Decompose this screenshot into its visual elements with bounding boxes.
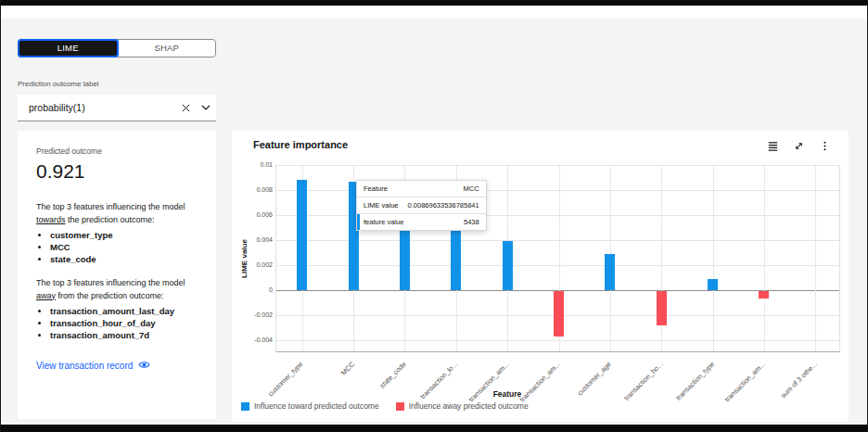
away-feature-list: transaction_amount_last_daytransaction_h…	[36, 306, 198, 340]
y-tick-label: 0.002	[237, 261, 273, 268]
prediction-outcome-label: Prediction outcome label	[18, 80, 99, 88]
legend-label: Influence toward predicted outcome	[254, 401, 379, 411]
predicted-outcome-value: 0.921	[36, 160, 198, 183]
horizontal-gridline	[276, 340, 839, 341]
y-tick-label: -0.004	[237, 337, 273, 343]
tab-shap[interactable]: SHAP	[119, 40, 216, 57]
bar-transaction_ho...[interactable]	[657, 291, 667, 326]
tooltip-value: 5438	[464, 218, 479, 226]
view-transaction-record-link[interactable]: View transaction record	[36, 359, 198, 373]
feature-list-item: transaction_amount_7d	[50, 330, 198, 340]
feature-list-item: transaction_amount_last_day	[50, 306, 198, 316]
predicted-outcome-label: Predicted outcome	[36, 146, 198, 156]
prediction-summary-card: Predicted outcome 0.921 The top 3 featur…	[18, 131, 216, 419]
away-description: The top 3 features influencing the model…	[36, 277, 198, 302]
bar-state_code[interactable]	[400, 222, 410, 290]
feature-list-item: state_code	[50, 254, 198, 264]
horizontal-gridline	[276, 265, 839, 266]
view-transaction-record-label: View transaction record	[36, 361, 133, 371]
horizontal-gridline	[276, 165, 839, 166]
bar-transaction_am...[interactable]	[554, 291, 564, 337]
tooltip-value: 0.00869633536785841	[408, 201, 479, 210]
y-tick-label: 0.004	[237, 236, 273, 243]
tooltip-label: LIME value	[364, 201, 399, 210]
x-tick-label: transaction_am...	[723, 360, 767, 403]
legend-label: Influence away predicted outcome	[409, 401, 529, 411]
bar-transaction_lo...[interactable]	[451, 226, 461, 290]
bar-transaction_am...[interactable]	[503, 241, 513, 290]
y-tick-label: 0	[237, 286, 273, 293]
horizontal-gridline	[276, 240, 839, 241]
x-tick-label: state_code	[377, 360, 407, 389]
bar-customer_age[interactable]	[605, 254, 615, 290]
y-tick-label: 0.01	[237, 161, 273, 168]
vertical-gridline	[764, 165, 765, 351]
x-tick-label: transaction_ho...	[622, 360, 665, 402]
legend-item[interactable]: Influence away predicted outcome	[396, 401, 529, 411]
vertical-gridline	[815, 165, 816, 351]
tooltip-label: Feature	[364, 184, 388, 193]
chart-title: Feature importance	[253, 139, 348, 150]
legend-swatch-icon	[241, 402, 249, 411]
tooltip-row-feature: Feature MCC	[357, 181, 486, 197]
x-axis-title: Feature	[415, 389, 600, 399]
towards-feature-list: customer_typeMCCstate_code	[36, 230, 198, 264]
window-top-bar	[1, 0, 867, 6]
window-bottom-bar	[1, 425, 867, 432]
x-tick-label: MCC	[339, 360, 356, 376]
overflow-menu-icon[interactable]	[815, 136, 834, 155]
tab-lime[interactable]: LIME	[18, 39, 119, 57]
feature-list-item: customer_type	[50, 230, 198, 240]
clear-selection-icon[interactable]	[175, 104, 196, 112]
dropdown-selected-value: probability(1)	[18, 102, 175, 113]
bar-transaction_type[interactable]	[708, 279, 718, 290]
explainer-switcher: LIME SHAP	[18, 39, 216, 57]
data-table-icon[interactable]	[763, 136, 782, 155]
x-tick-label: transaction_type	[673, 360, 715, 401]
y-tick-label: 0.006	[237, 211, 273, 218]
feature-list-item: MCC	[50, 242, 198, 252]
eye-icon	[138, 359, 150, 373]
vertical-gridline	[713, 165, 714, 351]
prediction-outcome-dropdown[interactable]: probability(1)	[18, 95, 216, 121]
chart-legend: Influence toward predicted outcomeInflue…	[241, 401, 529, 411]
feature-list-item: transaction_hour_of_day	[50, 318, 198, 328]
towards-description: The top 3 features influencing the model…	[36, 201, 198, 226]
bar-transaction_am...[interactable]	[759, 291, 769, 299]
y-tick-label: 0.008	[237, 186, 273, 193]
legend-swatch-icon	[396, 402, 404, 411]
y-tick-label: -0.002	[237, 311, 273, 318]
tooltip-row-feature-value: feature value 5438	[357, 214, 486, 230]
y-axis-title: LIME value	[240, 239, 249, 278]
chart-toolbar	[763, 136, 834, 155]
x-tick-label: sum of 3 othe...	[779, 360, 819, 400]
feature-importance-card: Feature importance	[232, 131, 849, 422]
chart-tooltip: Feature MCC LIME value 0.008696335367858…	[356, 180, 487, 231]
tooltip-row-lime-value: LIME value 0.00869633536785841	[357, 197, 486, 214]
tooltip-label: feature value	[364, 218, 403, 226]
chevron-down-icon[interactable]	[196, 105, 216, 110]
bar-customer_type[interactable]	[297, 180, 307, 290]
page-background: LIME SHAP Prediction outcome label proba…	[1, 19, 867, 425]
tooltip-value: MCC	[464, 184, 479, 193]
app-window: LIME SHAP Prediction outcome label proba…	[0, 0, 868, 432]
maximize-icon[interactable]	[789, 136, 808, 155]
legend-item[interactable]: Influence toward predicted outcome	[241, 401, 379, 411]
x-tick-label: customer_type	[267, 360, 305, 398]
